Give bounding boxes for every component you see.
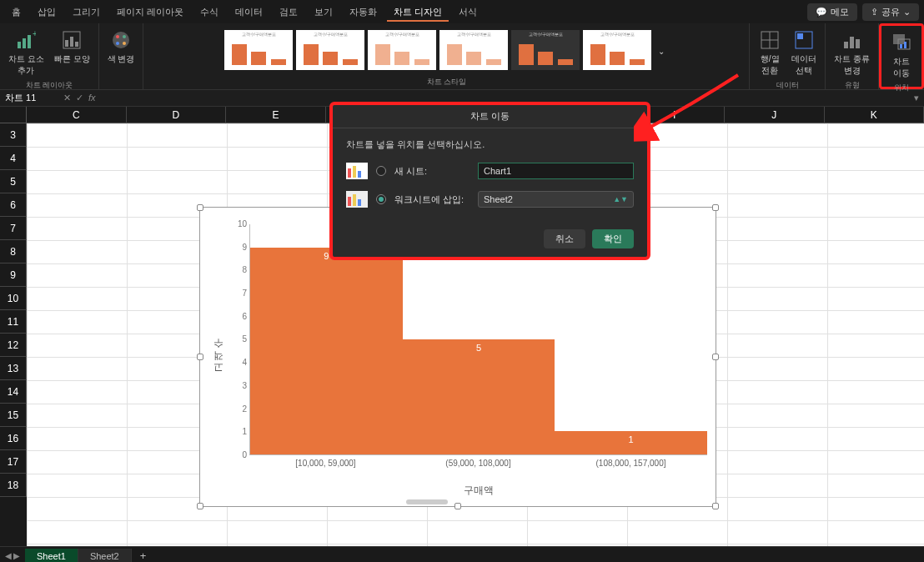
select-arrows-icon: ▲▼ xyxy=(613,195,628,203)
select-all-corner[interactable] xyxy=(0,107,27,123)
object-in-select[interactable]: Sheet2 ▲▼ xyxy=(478,191,634,208)
chart-style-3[interactable]: 고객수/구매액분포 xyxy=(368,30,436,70)
quick-layout-button[interactable]: 빠른 모양 xyxy=(51,27,93,67)
row-header[interactable]: 15 xyxy=(0,404,27,427)
col-header[interactable]: E xyxy=(226,107,326,123)
chart-style-4[interactable]: 고객수/구매액분포 xyxy=(439,30,508,70)
svg-rect-19 xyxy=(850,37,854,48)
switch-row-col-button[interactable]: 행/열 전환 xyxy=(755,27,785,78)
style-title: 고객수/구매액분포 xyxy=(224,32,293,37)
name-box[interactable]: 차트 11 xyxy=(0,92,58,104)
palette-icon xyxy=(109,28,133,52)
add-chart-element-button[interactable]: + 차트 요소 추가 xyxy=(5,27,48,78)
move-chart-icon xyxy=(890,31,913,54)
chart-style-5[interactable]: 고객수/구매액분포 xyxy=(511,30,580,70)
change-colors-label: 색 변경 xyxy=(108,53,135,65)
tab-first-icon[interactable]: ◀ xyxy=(5,551,12,560)
resize-handle-e[interactable] xyxy=(712,354,719,360)
change-colors-button[interactable]: 색 변경 xyxy=(104,27,138,67)
y-tick: 0 xyxy=(230,450,247,459)
change-chart-type-button[interactable]: 차트 종류 변경 xyxy=(831,27,873,78)
chevron-down-icon: ⌄ xyxy=(658,47,665,56)
resize-handle-sw[interactable] xyxy=(197,503,203,509)
y-tick: 6 xyxy=(230,312,247,321)
menu-view[interactable]: 보기 xyxy=(308,3,339,22)
ok-button[interactable]: 확인 xyxy=(592,229,634,248)
chart-scroll-handle[interactable] xyxy=(406,499,448,504)
add-sheet-button[interactable]: + xyxy=(132,549,155,562)
new-sheet-input[interactable] xyxy=(478,163,634,179)
comments-button[interactable]: 💬 메모 xyxy=(807,3,857,21)
chart-style-1[interactable]: 고객수/구매액분포 xyxy=(224,30,293,70)
chart-style-6[interactable]: 고객수/구매액분포 xyxy=(583,30,651,70)
menu-home[interactable]: 홈 xyxy=(5,3,28,22)
chevron-down-icon: ⌄ xyxy=(903,7,911,18)
new-sheet-radio[interactable] xyxy=(376,166,386,176)
styles-more-button[interactable]: ⌄ xyxy=(655,45,668,58)
cancel-fx-icon[interactable]: ✕ xyxy=(63,93,71,103)
resize-handle-se[interactable] xyxy=(712,503,719,509)
svg-rect-7 xyxy=(75,42,78,47)
svg-rect-24 xyxy=(904,42,906,48)
location-group-label: 위치 xyxy=(894,83,909,93)
menu-insert[interactable]: 삽입 xyxy=(31,3,63,22)
fx-icon[interactable]: fx xyxy=(88,93,96,103)
row-header[interactable]: 14 xyxy=(0,380,27,404)
col-header[interactable]: J xyxy=(725,107,825,123)
resize-handle-ne[interactable] xyxy=(712,204,719,211)
menu-draw[interactable]: 그리기 xyxy=(66,3,107,22)
col-header[interactable]: D xyxy=(127,107,227,123)
resize-handle-nw[interactable] xyxy=(197,204,203,211)
row-header[interactable]: 11 xyxy=(0,310,27,334)
resize-handle-w[interactable] xyxy=(197,354,203,360)
row-header[interactable]: 12 xyxy=(0,334,27,357)
new-sheet-row: 새 시트: xyxy=(346,163,634,179)
col-header[interactable]: C xyxy=(27,107,127,123)
menu-review[interactable]: 검토 xyxy=(273,3,304,22)
menu-formulas[interactable]: 수식 xyxy=(193,3,225,22)
y-tick: 5 xyxy=(230,334,247,344)
menu-tabs: 홈 삽입 그리기 페이지 레이아웃 수식 데이터 검토 보기 자동화 차트 디자… xyxy=(5,3,484,22)
move-chart-label: 차트 이동 xyxy=(893,56,910,79)
chart-style-2[interactable]: 고객수/구매액분포 xyxy=(296,30,364,70)
menu-data[interactable]: 데이터 xyxy=(228,3,269,22)
row-header[interactable]: 18 xyxy=(0,474,27,497)
row-header[interactable]: 9 xyxy=(0,263,27,287)
row-headers: 3 4 5 6 7 8 9 10 11 12 13 14 15 16 17 18 xyxy=(0,123,27,546)
row-header[interactable]: 6 xyxy=(0,193,27,217)
tab-last-icon[interactable]: ▶ xyxy=(13,551,20,560)
menu-automate[interactable]: 자동화 xyxy=(343,3,384,22)
row-header[interactable]: 16 xyxy=(0,427,27,450)
confirm-fx-icon[interactable]: ✓ xyxy=(76,93,83,103)
row-header[interactable]: 13 xyxy=(0,357,27,380)
row-header[interactable]: 7 xyxy=(0,217,27,240)
menu-page-layout[interactable]: 페이지 레이아웃 xyxy=(110,3,190,22)
svg-rect-0 xyxy=(18,42,21,48)
row-header[interactable]: 4 xyxy=(0,147,27,170)
object-in-row: 워크시트에 삽입: Sheet2 ▲▼ xyxy=(346,191,634,208)
svg-point-12 xyxy=(123,42,126,45)
quick-layout-label: 빠른 모양 xyxy=(54,53,90,65)
row-header[interactable]: 10 xyxy=(0,287,27,310)
row-header[interactable]: 5 xyxy=(0,170,27,193)
cancel-button[interactable]: 취소 xyxy=(544,229,585,248)
select-data-button[interactable]: 데이터 선택 xyxy=(788,27,820,78)
row-header[interactable]: 17 xyxy=(0,450,27,474)
x-label: (59,000, 108,000] xyxy=(402,455,555,480)
sheet-tab-2[interactable]: Sheet2 xyxy=(78,549,132,563)
menu-format[interactable]: 서식 xyxy=(452,3,484,22)
move-chart-button[interactable]: 차트 이동 xyxy=(886,29,916,81)
svg-point-11 xyxy=(116,42,119,45)
layout-group-label: 차트 레이아웃 xyxy=(26,80,73,91)
resize-handle-s[interactable] xyxy=(454,503,461,509)
row-header[interactable]: 8 xyxy=(0,240,27,263)
fx-expand-icon[interactable]: ▾ xyxy=(909,93,924,103)
menu-chart-design[interactable]: 차트 디자인 xyxy=(387,3,449,22)
svg-rect-2 xyxy=(28,35,31,48)
ribbon-group-layout: + 차트 요소 추가 빠른 모양 차트 레이아웃 xyxy=(0,23,99,89)
object-in-radio[interactable] xyxy=(376,194,386,204)
row-header[interactable]: 3 xyxy=(0,123,27,147)
col-header[interactable]: K xyxy=(825,107,925,123)
sheet-tab-1[interactable]: Sheet1 xyxy=(25,549,78,563)
share-button[interactable]: ⇪ 공유 ⌄ xyxy=(862,3,919,21)
